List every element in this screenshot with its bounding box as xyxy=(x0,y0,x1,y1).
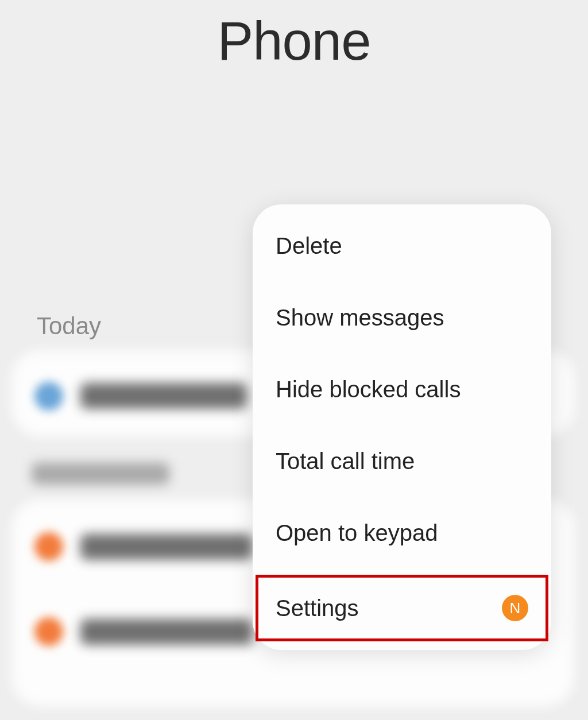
redacted-text xyxy=(32,463,169,485)
menu-item-label: Hide blocked calls xyxy=(276,377,461,402)
notification-badge: N xyxy=(502,595,528,621)
redacted-text xyxy=(80,619,253,645)
call-icon xyxy=(34,617,63,646)
menu-item-delete[interactable]: Delete xyxy=(253,210,551,282)
menu-item-label: Show messages xyxy=(276,305,444,331)
menu-item-label: Total call time xyxy=(276,448,415,474)
call-icon xyxy=(34,532,63,561)
menu-item-label: Open to keypad xyxy=(276,520,438,546)
menu-item-total-call-time[interactable]: Total call time xyxy=(253,425,551,497)
menu-item-label: Delete xyxy=(276,233,342,259)
menu-item-hide-blocked-calls[interactable]: Hide blocked calls xyxy=(253,354,551,425)
redacted-text xyxy=(80,534,253,560)
section-label-today: Today xyxy=(37,312,101,340)
menu-item-show-messages[interactable]: Show messages xyxy=(253,282,551,354)
redacted-text xyxy=(80,383,247,409)
overflow-menu: Delete Show messages Hide blocked calls … xyxy=(253,204,551,650)
menu-item-settings[interactable]: Settings N xyxy=(256,575,548,641)
call-icon xyxy=(34,382,63,411)
menu-item-open-to-keypad[interactable]: Open to keypad xyxy=(253,497,551,569)
menu-item-label: Settings xyxy=(276,595,359,621)
page-title: Phone xyxy=(0,0,588,72)
